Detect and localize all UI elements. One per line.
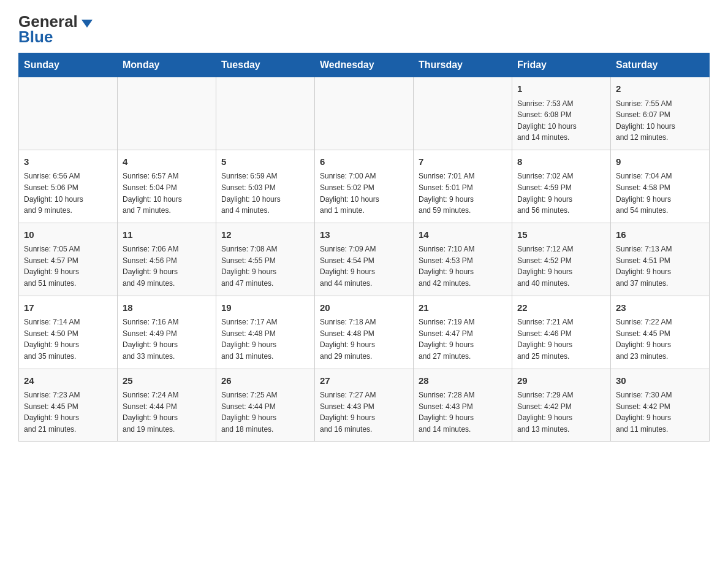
calendar-cell: 1Sunrise: 7:53 AMSunset: 6:08 PMDaylight… — [512, 77, 611, 150]
day-number: 14 — [419, 228, 507, 242]
day-number: 11 — [123, 228, 211, 242]
weekday-header-friday: Friday — [512, 53, 611, 77]
day-number: 28 — [419, 374, 507, 388]
calendar-header-row: SundayMondayTuesdayWednesdayThursdayFrid… — [19, 53, 710, 77]
day-info: Sunrise: 7:09 AMSunset: 4:54 PMDaylight:… — [320, 243, 408, 289]
calendar-cell: 17Sunrise: 7:14 AMSunset: 4:50 PMDayligh… — [19, 296, 118, 369]
day-number: 29 — [517, 374, 605, 388]
calendar-cell: 12Sunrise: 7:08 AMSunset: 4:55 PMDayligh… — [216, 223, 315, 296]
logo: General Blue — [18, 12, 93, 47]
weekday-header-wednesday: Wednesday — [315, 53, 414, 77]
day-info: Sunrise: 7:06 AMSunset: 4:56 PMDaylight:… — [123, 243, 211, 289]
calendar-cell: 20Sunrise: 7:18 AMSunset: 4:48 PMDayligh… — [315, 296, 414, 369]
day-number: 2 — [616, 82, 704, 96]
day-number: 3 — [24, 155, 112, 169]
day-info: Sunrise: 7:05 AMSunset: 4:57 PMDaylight:… — [24, 243, 112, 289]
day-number: 21 — [419, 301, 507, 315]
day-info: Sunrise: 7:17 AMSunset: 4:48 PMDaylight:… — [221, 316, 309, 362]
calendar-cell: 24Sunrise: 7:23 AMSunset: 4:45 PMDayligh… — [19, 369, 118, 442]
day-number: 16 — [616, 228, 704, 242]
day-info: Sunrise: 7:00 AMSunset: 5:02 PMDaylight:… — [320, 170, 408, 216]
day-number: 27 — [320, 374, 408, 388]
day-number: 23 — [616, 301, 704, 315]
day-info: Sunrise: 7:25 AMSunset: 4:44 PMDaylight:… — [221, 389, 309, 435]
calendar-cell: 8Sunrise: 7:02 AMSunset: 4:59 PMDaylight… — [512, 150, 611, 223]
calendar-cell: 26Sunrise: 7:25 AMSunset: 4:44 PMDayligh… — [216, 369, 315, 442]
calendar-cell: 6Sunrise: 7:00 AMSunset: 5:02 PMDaylight… — [315, 150, 414, 223]
logo-blue-text: Blue — [18, 28, 53, 47]
calendar-cell: 3Sunrise: 6:56 AMSunset: 5:06 PMDaylight… — [19, 150, 118, 223]
day-info: Sunrise: 6:59 AMSunset: 5:03 PMDaylight:… — [221, 170, 309, 216]
day-number: 7 — [419, 155, 507, 169]
day-info: Sunrise: 6:57 AMSunset: 5:04 PMDaylight:… — [123, 170, 211, 216]
day-number: 1 — [517, 82, 605, 96]
calendar-cell — [19, 77, 118, 150]
calendar-cell: 13Sunrise: 7:09 AMSunset: 4:54 PMDayligh… — [315, 223, 414, 296]
day-number: 22 — [517, 301, 605, 315]
day-info: Sunrise: 7:29 AMSunset: 4:42 PMDaylight:… — [517, 389, 605, 435]
day-info: Sunrise: 7:01 AMSunset: 5:01 PMDaylight:… — [419, 170, 507, 216]
day-info: Sunrise: 7:02 AMSunset: 4:59 PMDaylight:… — [517, 170, 605, 216]
day-info: Sunrise: 7:24 AMSunset: 4:44 PMDaylight:… — [123, 389, 211, 435]
calendar-cell: 28Sunrise: 7:28 AMSunset: 4:43 PMDayligh… — [414, 369, 512, 442]
day-number: 12 — [221, 228, 309, 242]
calendar-week-row: 10Sunrise: 7:05 AMSunset: 4:57 PMDayligh… — [19, 223, 710, 296]
day-info: Sunrise: 7:27 AMSunset: 4:43 PMDaylight:… — [320, 389, 408, 435]
day-number: 24 — [24, 374, 112, 388]
day-info: Sunrise: 7:53 AMSunset: 6:08 PMDaylight:… — [517, 98, 605, 144]
weekday-header-sunday: Sunday — [19, 53, 118, 77]
calendar-cell: 18Sunrise: 7:16 AMSunset: 4:49 PMDayligh… — [118, 296, 216, 369]
page-header: General Blue — [18, 12, 710, 47]
day-number: 4 — [123, 155, 211, 169]
day-info: Sunrise: 7:10 AMSunset: 4:53 PMDaylight:… — [419, 243, 507, 289]
day-number: 13 — [320, 228, 408, 242]
calendar-cell: 16Sunrise: 7:13 AMSunset: 4:51 PMDayligh… — [611, 223, 710, 296]
calendar-cell — [414, 77, 512, 150]
day-number: 5 — [221, 155, 309, 169]
calendar-cell: 2Sunrise: 7:55 AMSunset: 6:07 PMDaylight… — [611, 77, 710, 150]
weekday-header-saturday: Saturday — [611, 53, 710, 77]
day-info: Sunrise: 6:56 AMSunset: 5:06 PMDaylight:… — [24, 170, 112, 216]
calendar-table: SundayMondayTuesdayWednesdayThursdayFrid… — [18, 53, 710, 442]
day-number: 15 — [517, 228, 605, 242]
day-number: 19 — [221, 301, 309, 315]
day-info: Sunrise: 7:13 AMSunset: 4:51 PMDaylight:… — [616, 243, 704, 289]
calendar-cell: 14Sunrise: 7:10 AMSunset: 4:53 PMDayligh… — [414, 223, 512, 296]
calendar-cell — [216, 77, 315, 150]
day-number: 30 — [616, 374, 704, 388]
logo-triangle-icon — [82, 20, 93, 28]
weekday-header-thursday: Thursday — [414, 53, 512, 77]
calendar-cell: 10Sunrise: 7:05 AMSunset: 4:57 PMDayligh… — [19, 223, 118, 296]
day-info: Sunrise: 7:16 AMSunset: 4:49 PMDaylight:… — [123, 316, 211, 362]
day-number: 9 — [616, 155, 704, 169]
day-number: 17 — [24, 301, 112, 315]
calendar-cell: 9Sunrise: 7:04 AMSunset: 4:58 PMDaylight… — [611, 150, 710, 223]
calendar-cell: 23Sunrise: 7:22 AMSunset: 4:45 PMDayligh… — [611, 296, 710, 369]
day-number: 10 — [24, 228, 112, 242]
day-number: 6 — [320, 155, 408, 169]
weekday-header-tuesday: Tuesday — [216, 53, 315, 77]
day-info: Sunrise: 7:04 AMSunset: 4:58 PMDaylight:… — [616, 170, 704, 216]
weekday-header-monday: Monday — [118, 53, 216, 77]
day-info: Sunrise: 7:18 AMSunset: 4:48 PMDaylight:… — [320, 316, 408, 362]
calendar-cell: 5Sunrise: 6:59 AMSunset: 5:03 PMDaylight… — [216, 150, 315, 223]
calendar-cell: 30Sunrise: 7:30 AMSunset: 4:42 PMDayligh… — [611, 369, 710, 442]
calendar-cell: 22Sunrise: 7:21 AMSunset: 4:46 PMDayligh… — [512, 296, 611, 369]
calendar-cell: 19Sunrise: 7:17 AMSunset: 4:48 PMDayligh… — [216, 296, 315, 369]
day-number: 25 — [123, 374, 211, 388]
calendar-cell — [118, 77, 216, 150]
day-info: Sunrise: 7:14 AMSunset: 4:50 PMDaylight:… — [24, 316, 112, 362]
calendar-cell: 4Sunrise: 6:57 AMSunset: 5:04 PMDaylight… — [118, 150, 216, 223]
calendar-cell: 29Sunrise: 7:29 AMSunset: 4:42 PMDayligh… — [512, 369, 611, 442]
day-number: 18 — [123, 301, 211, 315]
day-number: 20 — [320, 301, 408, 315]
day-number: 8 — [517, 155, 605, 169]
calendar-cell: 21Sunrise: 7:19 AMSunset: 4:47 PMDayligh… — [414, 296, 512, 369]
calendar-week-row: 1Sunrise: 7:53 AMSunset: 6:08 PMDaylight… — [19, 77, 710, 150]
day-info: Sunrise: 7:08 AMSunset: 4:55 PMDaylight:… — [221, 243, 309, 289]
calendar-cell: 7Sunrise: 7:01 AMSunset: 5:01 PMDaylight… — [414, 150, 512, 223]
day-info: Sunrise: 7:23 AMSunset: 4:45 PMDaylight:… — [24, 389, 112, 435]
calendar-cell: 11Sunrise: 7:06 AMSunset: 4:56 PMDayligh… — [118, 223, 216, 296]
calendar-cell: 27Sunrise: 7:27 AMSunset: 4:43 PMDayligh… — [315, 369, 414, 442]
day-info: Sunrise: 7:12 AMSunset: 4:52 PMDaylight:… — [517, 243, 605, 289]
